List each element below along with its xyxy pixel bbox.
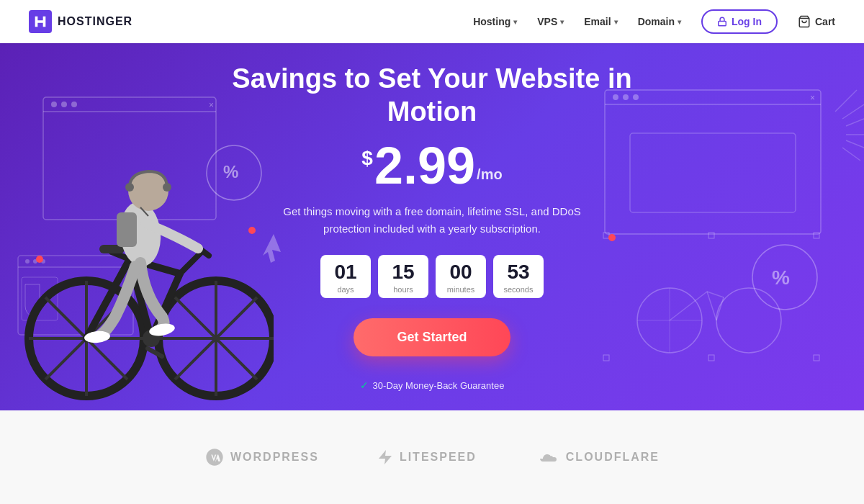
nav-hosting[interactable]: Hosting ▾ (473, 16, 517, 27)
svg-point-62 (716, 288, 781, 353)
svg-point-13 (33, 259, 37, 264)
svg-point-36 (143, 330, 160, 347)
svg-point-16 (36, 256, 43, 263)
days-value: 01 (326, 262, 365, 282)
svg-rect-74 (708, 355, 714, 361)
svg-point-6 (71, 102, 77, 107)
countdown-seconds: 53 seconds (493, 255, 544, 298)
svg-rect-58 (630, 133, 796, 212)
price-dollar: $ (361, 147, 373, 170)
svg-point-18 (29, 281, 144, 396)
svg-point-38 (117, 200, 163, 269)
nav-vps[interactable]: VPS ▾ (537, 16, 564, 27)
svg-line-68 (716, 297, 724, 320)
svg-line-45 (140, 207, 148, 216)
logo[interactable]: HOSTINGER (29, 10, 132, 33)
svg-rect-46 (605, 90, 821, 234)
svg-line-52 (835, 90, 857, 112)
wordpress-icon (204, 447, 225, 467)
price-period: /mo (477, 166, 503, 183)
svg-line-67 (707, 292, 724, 297)
svg-text:×: × (810, 93, 815, 103)
svg-point-61 (637, 288, 702, 353)
chevron-down-icon: ▾ (513, 18, 517, 26)
hero-title: Savings to Set Your Website in Motion (230, 63, 634, 128)
countdown-minutes: 00 minutes (436, 255, 486, 298)
svg-line-54 (846, 119, 864, 126)
svg-point-4 (51, 102, 57, 107)
svg-line-28 (130, 259, 151, 338)
seconds-label: seconds (499, 285, 538, 294)
svg-point-42 (84, 330, 110, 343)
svg-line-37 (148, 348, 162, 356)
svg-line-56 (846, 140, 864, 148)
chevron-down-icon: ▾ (678, 18, 681, 26)
lock-icon (717, 17, 727, 27)
svg-rect-10 (18, 256, 133, 335)
wordpress-text: WordPress (230, 451, 319, 464)
svg-line-29 (86, 259, 130, 338)
svg-point-44 (163, 183, 171, 192)
svg-rect-0 (719, 21, 726, 25)
guarantee-text: ✓ 30-Day Money-Back Guarantee (360, 379, 505, 391)
svg-rect-70 (814, 233, 819, 238)
hero-description: Get things moving with a free domain, li… (281, 203, 583, 238)
wordpress-logo: WordPress (204, 447, 319, 467)
litespeed-text: LiteSpeed (400, 451, 477, 464)
svg-rect-15 (22, 277, 58, 320)
nav-email[interactable]: Email ▾ (584, 16, 617, 27)
navbar: HOSTINGER Hosting ▾ VPS ▾ Email ▾ Domain… (0, 0, 864, 43)
svg-line-65 (707, 292, 716, 320)
seconds-value: 53 (499, 262, 538, 282)
hostinger-h-icon (32, 14, 48, 30)
cloudflare-logo: Cloudflare (534, 449, 660, 466)
svg-line-22 (45, 297, 127, 379)
footer-logos: WordPress LiteSpeed Cloudflare (0, 410, 864, 504)
hours-value: 15 (384, 262, 423, 282)
svg-rect-40 (117, 212, 137, 247)
logo-text: HOSTINGER (58, 15, 132, 28)
nav-links: Hosting ▾ VPS ▾ Email ▾ Domain ▾ Log In (473, 9, 835, 34)
svg-line-53 (842, 104, 864, 119)
svg-line-32 (180, 252, 202, 274)
svg-point-41 (148, 322, 176, 338)
svg-line-66 (670, 292, 707, 320)
minutes-value: 00 (441, 262, 480, 282)
countdown-hours: 15 hours (378, 255, 428, 298)
hours-label: hours (384, 285, 423, 294)
countdown-timer: 01 days 15 hours 00 minutes 53 seconds (230, 255, 634, 298)
svg-point-14 (41, 259, 45, 264)
svg-point-59 (752, 245, 817, 310)
get-started-button[interactable]: Get Started (354, 318, 510, 356)
cart-button[interactable]: Cart (798, 15, 835, 28)
hero-price: $ 2.99 /mo (230, 140, 634, 192)
check-icon: ✓ (360, 379, 369, 391)
svg-rect-35 (99, 245, 125, 253)
svg-line-34 (112, 252, 130, 259)
cart-icon (798, 15, 811, 28)
svg-point-5 (61, 102, 67, 107)
svg-rect-72 (814, 355, 819, 361)
cloudflare-icon (534, 449, 560, 466)
svg-rect-73 (708, 233, 714, 238)
price-number: 2.99 (374, 140, 475, 192)
svg-point-12 (25, 259, 30, 264)
litespeed-logo: LiteSpeed (377, 449, 477, 466)
login-button[interactable]: Log In (701, 9, 778, 34)
svg-point-43 (125, 183, 134, 192)
hero-content: Savings to Set Your Website in Motion $ … (230, 63, 634, 391)
svg-line-57 (842, 148, 860, 161)
days-label: days (326, 285, 365, 294)
logo-icon (29, 10, 52, 33)
svg-point-39 (128, 171, 168, 211)
nav-domain[interactable]: Domain ▾ (638, 16, 681, 27)
cloudflare-text: Cloudflare (566, 451, 660, 464)
svg-point-50 (633, 94, 639, 100)
minutes-label: minutes (441, 285, 480, 294)
svg-text:×: × (209, 100, 214, 110)
svg-rect-2 (43, 97, 216, 220)
svg-line-33 (194, 245, 209, 256)
svg-text:%: % (772, 266, 790, 289)
svg-line-31 (151, 274, 180, 338)
svg-line-23 (45, 297, 127, 379)
